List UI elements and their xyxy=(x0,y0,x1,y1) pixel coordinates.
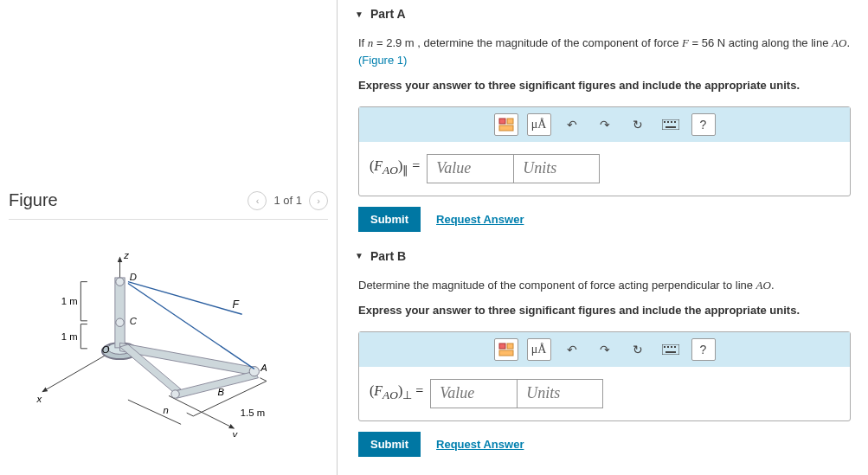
svg-rect-28 xyxy=(662,344,679,355)
part-b-answer-box: μÅ ↶ ↷ ↻ ? (FAO)⊥ = xyxy=(358,331,851,421)
svg-rect-22 xyxy=(671,121,672,123)
part-b-submit-button[interactable]: Submit xyxy=(358,432,421,457)
special-chars-icon[interactable]: μÅ xyxy=(527,338,551,361)
svg-point-11 xyxy=(249,367,259,376)
undo-icon[interactable]: ↶ xyxy=(560,338,584,361)
point-B-label: B xyxy=(217,388,224,398)
help-icon[interactable]: ? xyxy=(691,338,716,361)
svg-rect-33 xyxy=(665,351,676,353)
figure-header: Figure ‹ 1 of 1 › xyxy=(9,190,328,220)
axis-x-label: x xyxy=(35,394,42,404)
part-a-collapse-icon[interactable]: ▼ xyxy=(355,10,363,19)
svg-rect-27 xyxy=(499,350,513,356)
right-panel: ▼ Part A If n = 2.9 m , determine the ma… xyxy=(338,0,868,475)
dim-n-label: n xyxy=(163,405,168,415)
axis-z-label: z xyxy=(123,251,129,261)
reset-icon[interactable]: ↻ xyxy=(626,338,650,361)
dim-1.5m: 1.5 m xyxy=(240,408,264,418)
part-a-submit-button[interactable]: Submit xyxy=(358,207,421,232)
point-A-label: A xyxy=(260,363,267,373)
part-a-prompt: If n = 2.9 m , determine the magnitude o… xyxy=(358,35,851,68)
part-b-collapse-icon[interactable]: ▼ xyxy=(355,251,363,260)
part-b-toolbar: μÅ ↶ ↷ ↻ ? xyxy=(359,332,850,367)
part-a-eq-label: (FAO)∥ = xyxy=(370,158,420,177)
part-a-answer-box: μÅ ↶ ↷ ↻ ? (FAO)∥ = xyxy=(358,106,851,196)
svg-rect-29 xyxy=(664,346,665,348)
figure-prev-button[interactable]: ‹ xyxy=(248,191,267,210)
svg-point-9 xyxy=(115,278,123,286)
svg-rect-24 xyxy=(665,126,676,128)
part-b-units-input[interactable] xyxy=(517,379,603,408)
point-D-label: D xyxy=(129,272,136,282)
part-a-request-answer-link[interactable]: Request Answer xyxy=(436,213,524,226)
point-O-label: O xyxy=(101,345,109,356)
undo-icon[interactable]: ↶ xyxy=(560,113,584,136)
figure-1-link[interactable]: (Figure 1) xyxy=(358,54,407,67)
part-a: ▼ Part A If n = 2.9 m , determine the ma… xyxy=(355,7,851,232)
keyboard-icon[interactable] xyxy=(659,113,683,136)
svg-rect-17 xyxy=(507,119,513,124)
part-b: ▼ Part B Determine the magnitude of the … xyxy=(355,249,851,457)
redo-icon[interactable]: ↷ xyxy=(593,113,617,136)
part-a-title: Part A xyxy=(370,7,406,21)
part-a-instruction: Express your answer to three significant… xyxy=(358,77,851,94)
part-b-title: Part B xyxy=(370,249,406,263)
svg-rect-21 xyxy=(667,121,669,123)
svg-rect-5 xyxy=(114,278,124,348)
svg-rect-23 xyxy=(674,121,676,123)
reset-icon[interactable]: ↻ xyxy=(626,113,650,136)
svg-line-13 xyxy=(127,282,241,315)
part-b-prompt: Determine the magnitude of the component… xyxy=(358,277,851,294)
svg-line-15 xyxy=(127,400,180,424)
format-template-icon[interactable] xyxy=(494,338,518,361)
left-panel: Figure ‹ 1 of 1 › z x y xyxy=(0,0,338,475)
special-chars-icon[interactable]: μÅ xyxy=(527,113,551,136)
svg-rect-19 xyxy=(662,119,679,130)
axis-y-label: y xyxy=(231,430,238,437)
keyboard-icon[interactable] xyxy=(659,338,683,361)
figure-counter: 1 of 1 xyxy=(273,194,302,207)
figure-next-button[interactable]: › xyxy=(309,191,328,210)
svg-rect-20 xyxy=(664,121,665,123)
part-a-value-input[interactable] xyxy=(427,154,513,183)
part-b-value-input[interactable] xyxy=(430,379,517,408)
part-b-instruction: Express your answer to three significant… xyxy=(358,302,851,319)
help-icon[interactable]: ? xyxy=(691,113,716,136)
point-C-label: C xyxy=(129,316,137,326)
svg-point-10 xyxy=(115,318,123,326)
svg-rect-25 xyxy=(499,343,505,349)
figure-canvas: z x y xyxy=(9,220,328,466)
svg-rect-31 xyxy=(671,346,672,348)
figure-title: Figure xyxy=(9,190,58,210)
part-a-toolbar: μÅ ↶ ↷ ↻ ? xyxy=(359,107,850,142)
force-F-label: F xyxy=(232,298,240,311)
redo-icon[interactable]: ↷ xyxy=(593,338,617,361)
svg-rect-32 xyxy=(674,346,676,348)
figure-svg: z x y xyxy=(30,249,307,436)
part-a-units-input[interactable] xyxy=(513,154,600,183)
part-b-eq-label: (FAO)⊥ = xyxy=(370,383,423,402)
svg-marker-8 xyxy=(172,371,258,398)
svg-rect-18 xyxy=(499,125,513,131)
svg-rect-26 xyxy=(507,343,513,349)
format-template-icon[interactable] xyxy=(494,113,518,136)
dim-1m-b: 1 m xyxy=(61,332,77,343)
dim-1m-a: 1 m xyxy=(61,296,77,306)
svg-point-12 xyxy=(170,390,178,398)
svg-rect-16 xyxy=(499,119,505,124)
figure-nav: ‹ 1 of 1 › xyxy=(248,191,328,210)
part-b-request-answer-link[interactable]: Request Answer xyxy=(436,438,524,451)
svg-rect-30 xyxy=(667,346,669,348)
